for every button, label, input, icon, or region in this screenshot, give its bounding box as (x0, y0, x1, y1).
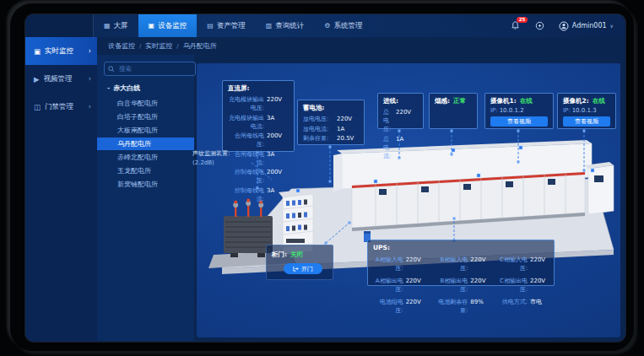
ip-label: IP: (563, 107, 571, 114)
breadcrumb-item-current[interactable]: 乌丹配电所 (183, 41, 217, 51)
smoke-label: 烟感: (435, 97, 450, 105)
top-tabs: ▦ 大屏 ▣ 设备监控 ▤ 资产管理 ▥ 查询统计 ⚙ 系统管理 (94, 14, 372, 37)
tree-item-station-selected[interactable]: 乌丹配电所 (97, 138, 194, 150)
metric-label: A相输出电压: (373, 277, 403, 294)
tab-label: 设备监控 (158, 21, 187, 31)
metric-label: C相输出电压: (497, 277, 528, 294)
tree-root-line[interactable]: -赤大白线 (97, 82, 194, 94)
metric-label: 电池剩余容量: (433, 298, 468, 315)
search-input[interactable] (117, 64, 192, 73)
sidebar-item-label: 视频管理 (44, 74, 73, 84)
open-door-label: 开门 (301, 265, 313, 273)
tab-asset-management[interactable]: ▤ 资产管理 (197, 14, 256, 37)
station-tree-panel: -赤大白线 白音华配电所 白塔子配电所 大板南配电所 乌丹配电所 赤峰北配电所 … (97, 55, 194, 341)
notification-bell-button[interactable]: 25 (510, 20, 522, 32)
tree-item-station[interactable]: 赤峰北配电所 (97, 151, 194, 164)
metric-value: 220V (530, 278, 549, 284)
camera1-title: 摄像机1: (490, 97, 517, 105)
screenshot-root: { "colors": { "accent": "#1e7ce2", "stat… (0, 0, 644, 356)
tab-dashboard[interactable]: ▦ 大屏 (94, 14, 138, 37)
view-video-button[interactable]: 查看视频 (563, 116, 610, 127)
tree-item-station[interactable]: 新窝铺配电所 (97, 178, 194, 191)
top-nav-bar: ▦ 大屏 ▣ 设备监控 ▤ 资产管理 ▥ 查询统计 ⚙ 系统管理 (25, 14, 625, 37)
camera1-panel: 摄像机1: 在线 IP:10.0.1.2 查看视频 (484, 93, 554, 129)
tree-item-station[interactable]: 大板南配电所 (97, 124, 194, 137)
battery-panel: 蓄电池: 放电电压:220V 放电电流:1A 剩余容量:20.5V (297, 100, 365, 145)
metric-label: 总电流: (383, 135, 393, 160)
open-door-button[interactable]: 开门 (284, 263, 322, 274)
metric-value: 200V (267, 169, 289, 175)
door-label: 柜门: (272, 251, 287, 259)
door-access-icon: ◫ (34, 103, 41, 111)
metric-label: 放电电流: (303, 125, 334, 133)
camera1-ip: 10.0.1.2 (500, 107, 524, 114)
panel-title: 直流屏: (228, 84, 289, 93)
dashboard-icon: ▦ (104, 22, 111, 30)
metric-value: 220V (267, 96, 289, 103)
cabinet-door-panel: 柜门: 关闭 开门 (266, 245, 333, 280)
sidebar-item-label: 实时监控 (45, 46, 73, 57)
sidebar-item-access-control[interactable]: ◫ 门禁管理 › (25, 93, 97, 121)
acoustic-monitor-label: 声纹监测装置: (2.2dB) (192, 149, 230, 167)
fullscreen-button[interactable] (534, 20, 546, 32)
metric-value: 1A (396, 136, 418, 143)
metric-value: 220V (337, 116, 359, 122)
chevron-right-icon: › (89, 47, 91, 55)
tree-root-label: 赤大白线 (113, 84, 140, 92)
metric-value: 220V (396, 109, 418, 116)
sidebar-item-video-management[interactable]: ▶ 视频管理 › (25, 65, 97, 93)
smoke-sensor-panel: 烟感: 正常 (429, 93, 478, 129)
sidebar-item-realtime-monitoring[interactable]: ▣ 实时监控 › (25, 37, 97, 65)
smoke-status: 正常 (453, 97, 466, 105)
metric-value: 3A (267, 115, 289, 121)
tab-label: 查询统计 (275, 21, 304, 31)
monitor-icon: ▣ (149, 22, 155, 30)
search-icon (108, 66, 115, 73)
metric-label: 总电压: (383, 108, 393, 133)
tree-item-station[interactable]: 玉龙配电所 (97, 165, 194, 177)
metric-label: A相输入电压: (373, 256, 403, 272)
tab-device-monitoring[interactable]: ▣ 设备监控 (138, 14, 198, 37)
user-name: Admin001 (572, 22, 607, 30)
tree-item-station[interactable]: 白音华配电所 (97, 97, 194, 110)
tab-label: 大屏 (114, 21, 128, 31)
breadcrumb-item[interactable]: 实时监控 (145, 41, 172, 51)
logo-area (25, 14, 94, 37)
topbar-right: 25 Admin001 ∨ (510, 14, 625, 37)
tab-label: 系统管理 (333, 21, 362, 31)
breadcrumb-separator: / (139, 43, 141, 50)
tree-search-box (104, 62, 196, 76)
camera2-title: 摄像机2: (563, 97, 589, 105)
statistics-icon: ▥ (266, 22, 273, 30)
metric-value: 市电 (530, 298, 549, 306)
metric-value: 1A (337, 126, 359, 132)
metric-value: 220V (530, 256, 549, 263)
open-door-icon (293, 266, 299, 272)
acoustic-label: 声纹监测装置: (192, 149, 230, 159)
chevron-right-icon: › (89, 103, 91, 111)
view-video-button[interactable]: 查看视频 (490, 116, 548, 127)
tab-query-statistics[interactable]: ▥ 查询统计 (256, 14, 315, 37)
metric-value: 220V (406, 278, 425, 284)
gear-icon: ⚙ (324, 22, 330, 30)
sidebar: ▣ 实时监控 › ▶ 视频管理 › ◫ 门禁管理 › (25, 37, 97, 342)
metric-label: C相输入电压: (497, 256, 528, 272)
bell-icon (511, 21, 520, 30)
metric-value: 200V (267, 132, 289, 139)
tab-system-management[interactable]: ⚙ 系统管理 (314, 14, 372, 37)
metric-label: 电池组电压: (373, 298, 403, 315)
tree-item-station[interactable]: 白塔子配电所 (97, 111, 194, 123)
camera2-status: 在线 (593, 97, 605, 105)
breadcrumb-item[interactable]: 设备监控 (108, 41, 135, 51)
metric-value: 89% (470, 299, 489, 305)
metric-label: 控制母线电流: (228, 186, 264, 203)
breadcrumb: 设备监控 / 实时监控 / 乌丹配电所 (97, 37, 625, 55)
metric-value: 3A (267, 151, 289, 158)
camera2-panel: 摄像机2: 在线 IP:10.0.1.3 查看视频 (557, 93, 616, 129)
user-menu[interactable]: Admin001 ∨ (559, 21, 614, 31)
notification-badge: 25 (517, 17, 528, 23)
metric-value: 3A (267, 187, 289, 194)
sidebar-item-label: 门禁管理 (45, 102, 73, 112)
video-icon: ▶ (34, 75, 40, 84)
asset-icon: ▤ (207, 22, 214, 30)
